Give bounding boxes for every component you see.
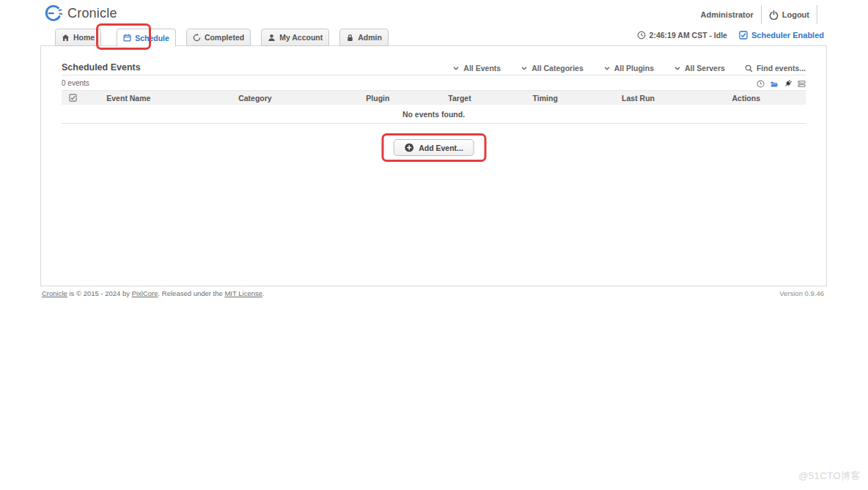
tab-my-account-label: My Account [279,33,323,42]
select-all-checkbox[interactable] [62,94,84,102]
tab-admin-label: Admin [358,33,382,42]
filter-all-servers[interactable]: All Servers [674,64,725,73]
scheduler-time-status: 2:46:19 AM CST - Idle [637,31,727,40]
footer-copyright: Cronicle is © 2015 - 2024 by PixlCore. R… [42,289,265,297]
version-label: Version 0.9.46 [779,289,824,297]
events-table-header: Event Name Category Plugin Target Timing… [62,90,806,105]
filter-all-categories[interactable]: All Categories [521,64,584,73]
folder-icon[interactable] [770,80,779,88]
search-icon [745,64,753,73]
column-plugin: Plugin [337,94,419,103]
tab-my-account[interactable]: My Account [261,29,329,46]
column-category: Category [173,94,336,103]
tab-completed-label: Completed [205,33,244,42]
username-link[interactable]: Administrator [701,10,754,19]
calendar-icon [123,34,131,42]
clock-icon [637,31,646,40]
title-divider [62,75,806,75]
footer-text: . Released under the [158,289,225,297]
chevron-down-icon [603,65,611,72]
chevron-down-icon [674,65,681,72]
tab-completed[interactable]: Completed [186,29,251,46]
time-status-label: 2:46:19 AM CST - Idle [650,31,727,40]
divider [761,5,762,24]
footer-text: is © 2015 - 2024 by [67,289,132,297]
tab-schedule[interactable]: Schedule [117,29,176,47]
column-target: Target [419,94,501,103]
find-events-search[interactable]: Find events... [745,64,806,73]
search-label: Find events... [757,64,806,73]
filter-bar: All Events All Categories All Plugins Al… [452,64,806,73]
chevron-down-icon [452,65,460,72]
servers-icon[interactable] [798,80,806,88]
main-tabbar: Home Schedule Completed [55,29,399,47]
column-last-run: Last Run [590,94,687,103]
watermark: @51CTO博客 [798,469,861,483]
tab-admin[interactable]: Admin [339,29,389,46]
chevron-down-icon [521,65,528,72]
app-title: Cronicle [67,6,117,21]
tab-schedule-label: Schedule [135,34,169,42]
cronicle-link[interactable]: Cronicle [42,289,67,297]
page-title: Scheduled Events [62,62,141,73]
power-icon [769,10,779,20]
history-icon [193,34,201,42]
plus-circle-icon [404,143,413,152]
filter-all-plugins[interactable]: All Plugins [603,64,654,73]
clock-icon[interactable] [757,80,765,88]
lock-icon [346,34,354,42]
home-icon [62,34,70,42]
view-toolbar [757,79,806,88]
scheduler-enabled-label: Scheduler Enabled [751,31,824,40]
divider [817,5,817,24]
checkbox-checked-icon [739,31,748,40]
column-actions: Actions [687,94,806,103]
scheduler-enabled-toggle[interactable]: Scheduler Enabled [739,31,824,40]
pixlcore-link[interactable]: PixlCore [132,289,158,297]
tab-home-label: Home [73,33,95,42]
logout-label: Logout [782,10,809,19]
filter-label: All Plugins [614,64,654,73]
tab-home[interactable]: Home [55,29,101,46]
filter-label: All Categories [532,64,584,73]
logout-button[interactable]: Logout [769,10,809,20]
scheduled-events-panel: Scheduled Events All Events All Categori… [40,45,827,286]
plug-icon[interactable] [784,79,792,88]
app-logo: Cronicle [43,4,117,23]
filter-all-events[interactable]: All Events [452,64,501,73]
user-icon [268,34,276,42]
cronicle-app: Cronicle Administrator Logout 2:46:19 [0,0,868,490]
filter-label: All Servers [685,64,725,73]
column-event-name: Event Name [84,94,173,103]
mit-license-link[interactable]: MIT License [224,289,262,297]
add-event-label: Add Event... [419,144,463,152]
events-count: 0 events [62,79,89,87]
column-timing: Timing [501,94,590,103]
add-event-button[interactable]: Add Event... [393,139,474,156]
clock-logo-icon [43,4,63,23]
filter-label: All Events [463,64,501,73]
footer-text: . [262,289,265,297]
empty-table-message: No events found. [62,105,806,124]
